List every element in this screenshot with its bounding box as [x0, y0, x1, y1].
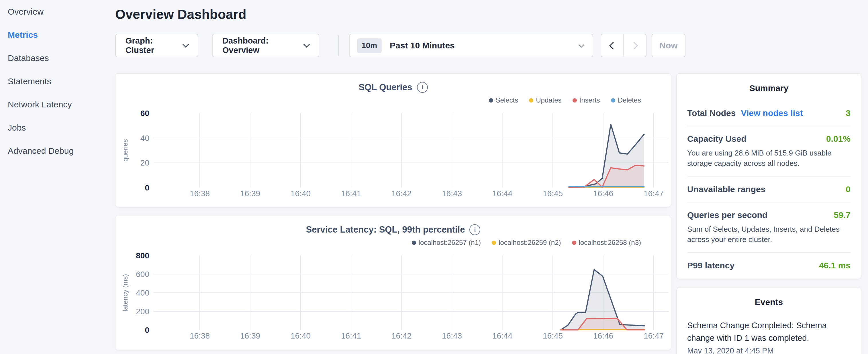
- sidebar-item-advanced-debug[interactable]: Advanced Debug: [0, 139, 115, 162]
- svg-text:800: 800: [136, 251, 149, 260]
- sidebar-item-jobs[interactable]: Jobs: [0, 116, 115, 139]
- page-title: Overview Dashboard: [115, 6, 861, 22]
- legend-dot-icon: [489, 98, 493, 102]
- main-content: Overview Dashboard Graph: Cluster Dashbo…: [115, 0, 868, 354]
- sidebar-item-metrics[interactable]: Metrics: [0, 23, 115, 46]
- svg-text:16:45: 16:45: [543, 189, 563, 198]
- time-range-picker[interactable]: 10m Past 10 Minutes: [349, 34, 593, 57]
- summary-row-value: 3: [846, 108, 850, 118]
- chart-plot: 16:3816:3916:4016:4116:4216:4316:4416:45…: [116, 251, 671, 340]
- legend-dot-icon: [572, 240, 576, 245]
- summary-row-label: Capacity Used: [687, 134, 746, 144]
- chart-title: Service Latency: SQL, 99th percentile: [306, 225, 465, 235]
- chart-plot: 16:3816:3916:4016:4116:4216:4316:4416:45…: [116, 108, 671, 198]
- summary-row-value: 0: [846, 185, 850, 194]
- events-title: Events: [687, 297, 850, 307]
- svg-text:16:42: 16:42: [392, 189, 411, 198]
- now-button-label: Now: [659, 41, 677, 51]
- chart-title: SQL Queries: [359, 82, 412, 93]
- svg-text:16:38: 16:38: [190, 331, 210, 340]
- next-time-button[interactable]: [623, 34, 646, 57]
- svg-text:16:41: 16:41: [341, 189, 361, 198]
- legend-dot-icon: [611, 98, 615, 102]
- svg-text:16:43: 16:43: [442, 189, 462, 198]
- summary-row-p99-latency: P99 latency 46.1 ms: [687, 252, 850, 278]
- event-message[interactable]: Schema Change Completed: Schema change w…: [687, 319, 831, 344]
- legend-item[interactable]: Updates: [529, 96, 561, 104]
- chevron-left-icon: [609, 42, 617, 50]
- chart-legend: SelectsUpdatesInsertsDeletes: [116, 95, 671, 105]
- sidebar-item-network-latency[interactable]: Network Latency: [0, 93, 115, 116]
- summary-row-total-nodes: Total Nodes View nodes list 3: [687, 100, 850, 126]
- summary-title: Summary: [687, 83, 850, 93]
- legend-item[interactable]: localhost:26259 (n2): [492, 238, 561, 247]
- chart-legend: localhost:26257 (n1)localhost:26259 (n2)…: [116, 238, 671, 248]
- time-pager: [601, 34, 647, 57]
- sidebar-item-overview[interactable]: Overview: [0, 0, 115, 23]
- svg-text:600: 600: [136, 270, 149, 279]
- chevron-down-icon: [304, 41, 310, 48]
- svg-text:60: 60: [141, 109, 149, 118]
- prev-time-button[interactable]: [601, 34, 623, 57]
- info-icon[interactable]: i: [417, 82, 428, 93]
- chevron-down-icon: [183, 41, 189, 48]
- summary-row-value: 0.01%: [826, 134, 850, 144]
- summary-row-queries-per-second: Queries per second 59.7 Sum of Selects, …: [687, 202, 850, 252]
- legend-item[interactable]: Deletes: [611, 96, 641, 104]
- time-range-badge: 10m: [357, 38, 382, 53]
- svg-text:16:46: 16:46: [593, 189, 613, 198]
- summary-row-value: 59.7: [834, 210, 850, 220]
- app-root: Overview Metrics Databases Statements Ne…: [0, 0, 868, 354]
- legend-dot-icon: [529, 98, 533, 102]
- svg-text:16:39: 16:39: [240, 189, 260, 198]
- svg-text:16:42: 16:42: [392, 331, 411, 340]
- sidebar-item-statements[interactable]: Statements: [0, 70, 115, 93]
- legend-dot-icon: [572, 98, 577, 102]
- svg-text:16:44: 16:44: [492, 189, 513, 198]
- svg-text:16:38: 16:38: [190, 189, 210, 198]
- graph-dropdown[interactable]: Graph: Cluster: [115, 34, 198, 57]
- view-nodes-list-link[interactable]: View nodes list: [741, 108, 803, 118]
- svg-text:16:40: 16:40: [290, 189, 311, 198]
- chevron-right-icon: [630, 42, 638, 50]
- summary-row-description: Sum of Selects, Updates, Inserts, and De…: [687, 224, 850, 245]
- legend-item[interactable]: Selects: [489, 96, 518, 104]
- time-range-label: Past 10 Minutes: [390, 41, 580, 51]
- sidebar: Overview Metrics Databases Statements Ne…: [0, 0, 115, 354]
- legend-item[interactable]: Inserts: [572, 96, 600, 104]
- svg-text:16:47: 16:47: [644, 331, 664, 340]
- dashboard-dropdown-label: Dashboard: Overview: [222, 36, 300, 55]
- legend-item[interactable]: localhost:26258 (n3): [572, 238, 641, 247]
- chevron-down-icon: [579, 42, 584, 47]
- svg-text:16:41: 16:41: [341, 331, 361, 340]
- sql-queries-chart-card: SQL Queries i SelectsUpdatesInsertsDelet…: [115, 73, 671, 207]
- svg-text:200: 200: [136, 307, 149, 316]
- svg-text:16:47: 16:47: [644, 189, 664, 198]
- legend-dot-icon: [412, 240, 416, 245]
- summary-row-unavailable-ranges: Unavailable ranges 0: [687, 176, 850, 202]
- summary-row-label: Total Nodes: [687, 108, 736, 118]
- svg-text:16:46: 16:46: [593, 331, 613, 340]
- svg-text:16:44: 16:44: [492, 331, 513, 340]
- summary-row-label: P99 latency: [687, 261, 735, 270]
- dashboard-dropdown[interactable]: Dashboard: Overview: [212, 34, 319, 57]
- sidebar-item-databases[interactable]: Databases: [0, 46, 115, 70]
- svg-text:16:45: 16:45: [543, 331, 563, 340]
- svg-text:0: 0: [145, 183, 149, 192]
- svg-text:20: 20: [141, 158, 149, 167]
- summary-row-value: 46.1 ms: [819, 261, 850, 270]
- svg-text:16:43: 16:43: [442, 331, 462, 340]
- legend-item[interactable]: localhost:26257 (n1): [412, 238, 481, 247]
- now-button[interactable]: Now: [652, 34, 685, 57]
- svg-text:0: 0: [145, 326, 149, 334]
- svg-text:40: 40: [141, 134, 149, 142]
- events-panel: Events Schema Change Completed: Schema c…: [677, 287, 861, 354]
- toolbar: Graph: Cluster Dashboard: Overview 10m P…: [115, 34, 861, 57]
- svg-text:latency (ms): latency (ms): [121, 274, 129, 312]
- summary-row-label: Queries per second: [687, 210, 767, 220]
- graph-dropdown-label: Graph: Cluster: [125, 36, 179, 55]
- service-latency-chart-card: Service Latency: SQL, 99th percentile i …: [115, 216, 671, 350]
- right-column: Summary Total Nodes View nodes list 3 Ca…: [677, 73, 861, 354]
- svg-text:queries: queries: [121, 139, 129, 162]
- info-icon[interactable]: i: [469, 224, 480, 235]
